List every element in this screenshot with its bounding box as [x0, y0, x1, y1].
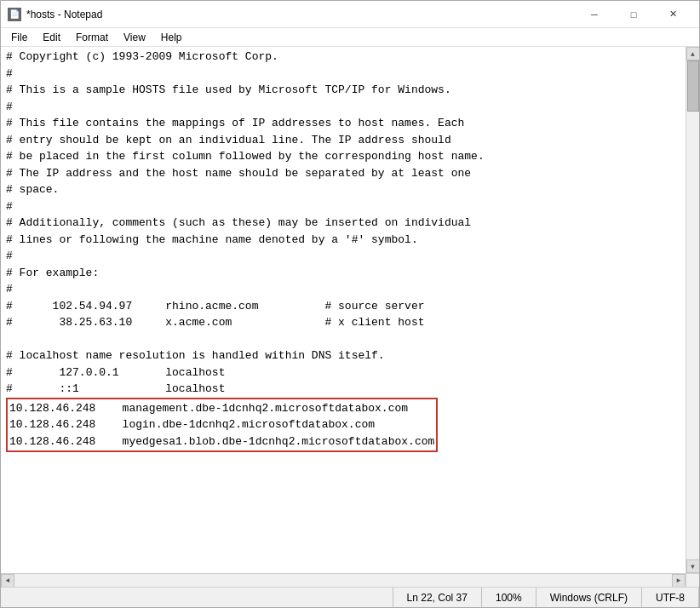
menu-format[interactable]: Format: [69, 30, 115, 45]
text-editor[interactable]: # Copyright (c) 1993-2009 Microsoft Corp…: [1, 47, 686, 573]
scroll-left-arrow[interactable]: ◄: [1, 574, 14, 588]
close-button[interactable]: ✕: [653, 1, 692, 28]
menu-edit[interactable]: Edit: [36, 30, 67, 45]
scroll-track[interactable]: [686, 60, 699, 559]
editor-area: # Copyright (c) 1993-2009 Microsoft Corp…: [1, 47, 699, 573]
scroll-thumb[interactable]: [687, 60, 699, 112]
scroll-up-arrow[interactable]: ▲: [686, 47, 700, 60]
menu-view[interactable]: View: [117, 30, 152, 45]
status-bar: Ln 22, Col 37 100% Windows (CRLF) UTF-8: [1, 587, 699, 607]
scroll-down-arrow[interactable]: ▼: [686, 559, 700, 573]
maximize-button[interactable]: □: [614, 1, 653, 28]
status-empty: [1, 588, 393, 607]
status-line-ending: Windows (CRLF): [536, 588, 642, 607]
window-title: *hosts - Notepad: [26, 9, 575, 20]
minimize-button[interactable]: ─: [575, 1, 614, 28]
status-zoom: 100%: [482, 588, 536, 607]
window-controls: ─ □ ✕: [575, 1, 692, 28]
app-icon: 📄: [8, 8, 21, 21]
menu-help[interactable]: Help: [154, 30, 189, 45]
status-encoding: UTF-8: [642, 588, 699, 607]
scrollbar-corner: [686, 574, 699, 588]
menu-bar: File Edit Format View Help: [1, 28, 699, 47]
menu-file[interactable]: File: [4, 30, 34, 45]
scroll-right-arrow[interactable]: ►: [672, 574, 686, 588]
vertical-scrollbar[interactable]: ▲ ▼: [686, 47, 699, 573]
title-bar: 📄 *hosts - Notepad ─ □ ✕: [1, 1, 699, 28]
horizontal-scrollbar[interactable]: ◄ ►: [1, 573, 699, 587]
scroll-bottom-track[interactable]: [14, 574, 672, 587]
status-position: Ln 22, Col 37: [393, 588, 482, 607]
notepad-window: 📄 *hosts - Notepad ─ □ ✕ File Edit Forma…: [0, 0, 700, 608]
